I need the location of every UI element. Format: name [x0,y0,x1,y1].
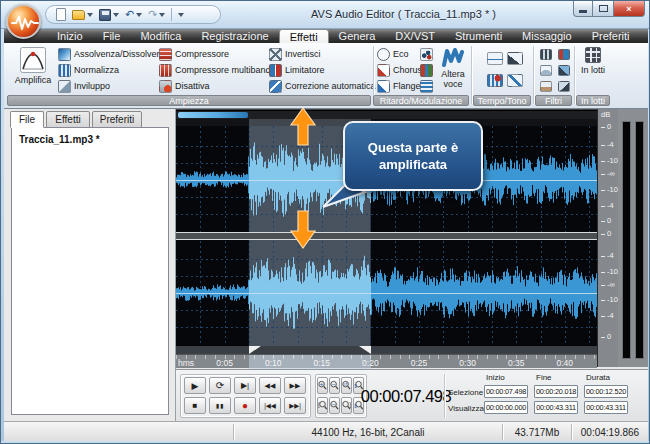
fft-filter-button[interactable] [558,79,570,93]
tab-strumenti[interactable]: Strumenti [445,29,512,43]
zoom-restore-button[interactable]: ↺ [341,377,352,394]
lowpass-filter-button[interactable] [540,63,552,77]
tab-registrazione[interactable]: Registrazione [191,29,278,43]
equalizer-button[interactable] [540,47,552,61]
close-button[interactable]: × [613,1,645,17]
time-stretch-button[interactable] [507,73,523,87]
db-label: -10 [601,186,618,194]
fade-button[interactable]: Assolvenza/Dissolvenza [58,47,171,61]
limiter-icon [269,64,282,77]
db-label: 0 [601,333,611,341]
amplify-button[interactable]: Amplifica [11,45,55,95]
tab-preferiti[interactable]: Preferiti [582,29,640,43]
tab-genera[interactable]: Genera [329,29,386,43]
view-duration-field[interactable]: 00:00:43.311 [584,401,628,414]
fast-forward-button[interactable]: ▶▶ [284,377,306,394]
rewind-button[interactable]: ◀◀ [259,377,281,394]
delay-button[interactable] [420,47,433,61]
echo-button[interactable]: Eco [377,47,409,61]
chorus-button[interactable]: Chorus [377,63,422,77]
bandpass-filter-button[interactable] [558,47,570,61]
vibrato-button[interactable] [420,79,433,93]
compressor-button[interactable]: Compressore [159,47,229,61]
highpass-filter-button[interactable] [558,63,570,77]
group-separator [471,46,472,104]
pitch-shift-button[interactable] [507,51,523,65]
save-button[interactable] [99,9,119,21]
zoom-in-button[interactable]: + [317,377,328,394]
title-bar: ↶ ↷ AVS Audio Editor ( Traccia_11.mp3 * … [1,1,650,29]
zoom-out-full-button[interactable]: − [329,397,340,414]
normalize-button[interactable]: Normalizza [58,63,119,77]
go-to-start-button[interactable]: |◀◀ [259,397,281,414]
tab-missaggio[interactable]: Missaggio [512,29,582,43]
panel-tab-effetti[interactable]: Effetti [46,111,90,128]
group-separator [574,46,575,104]
db-title: dB [601,111,610,119]
record-icon: ● [242,400,248,411]
phaser-button[interactable] [420,63,433,77]
open-file-button[interactable] [72,10,93,20]
pause-button[interactable]: ▮▮ [209,397,231,414]
panel-tab-file[interactable]: File [10,111,44,128]
redo-button[interactable]: ↷ [148,9,165,20]
overview-scrollbar[interactable] [176,111,597,119]
file-list-item[interactable]: Traccia_11.mp3 * [19,134,100,145]
view-start-field[interactable]: 00:00:00.000 [484,401,528,414]
notch-filter-button[interactable] [540,79,552,93]
tab-inizio[interactable]: Inizio [47,29,93,43]
stop-button[interactable]: ■ [184,397,206,414]
loop-play-button[interactable]: ⟳ [209,377,231,394]
auto-correction-icon [269,80,282,93]
play-button[interactable]: ▶ [184,377,206,394]
customize-toolbar-icon[interactable] [178,13,184,17]
record-button[interactable]: ● [234,397,256,414]
tab-effetti[interactable]: Effetti [279,29,329,43]
rate-change-button[interactable] [487,73,503,87]
view-end-field[interactable]: 00:00:43.311 [534,401,578,414]
tempo-change-button[interactable] [487,51,503,65]
selection-end-field[interactable]: 00:00:20.018 [534,385,578,398]
minimize-button[interactable] [573,1,593,17]
mute-button[interactable]: Disattiva [159,79,210,93]
panel-tab-preferiti[interactable]: Preferiti [92,111,142,128]
selection-handle-left[interactable] [249,346,261,354]
overview-scrollbar-thumb[interactable] [178,112,248,118]
arrow-down-icon [291,211,315,248]
zoom-selection-button[interactable]: [ [317,397,328,414]
play-to-end-icon: ▶| [241,381,249,390]
selection-duration-field[interactable]: 00:00:12.520 [584,385,628,398]
vibrato-icon [420,80,433,93]
timeline-ruler[interactable]: hms 0:05 0:10 0:15 0:20 0:25 0:30 0:35 0… [176,354,597,368]
flanger-button[interactable]: Flanger [377,79,424,93]
batch-processing-button[interactable]: In lotti [578,45,608,95]
tab-file[interactable]: File [93,29,131,43]
multiband-compressor-button[interactable]: Compressore multibanda [159,63,276,77]
chorus-icon [377,64,390,77]
selection-handle-right[interactable] [359,346,371,354]
new-file-button[interactable] [56,8,66,21]
zoom-level-button[interactable]: ] [341,397,352,414]
invert-icon [269,48,282,61]
db-label: 0 [601,217,611,225]
voice-morph-button[interactable]: Altera voce [437,45,469,95]
undo-icon: ↶ [125,9,134,20]
maximize-icon [599,5,608,12]
save-icon [99,9,111,21]
zoom-out-button[interactable]: − [329,377,340,394]
go-to-end-button[interactable]: ▶▶| [284,397,306,414]
auto-correction-button[interactable]: Correzione automatica [269,79,376,93]
undo-button[interactable]: ↶ [125,9,142,20]
envelope-button[interactable]: Inviluppo [58,79,110,93]
open-folder-icon [72,10,85,20]
play-to-end-button[interactable]: ▶| [234,377,256,394]
maximize-button[interactable] [593,1,613,17]
limiter-button[interactable]: Limitatore [269,63,325,77]
toolbar-separator [171,8,172,21]
selection-start-field[interactable]: 00:00:07.498 [484,385,528,398]
status-format: 44100 Hz, 16-bit, 2Canali [234,422,502,442]
timeline-tick-label: 0:30 [459,358,476,368]
tab-modifica[interactable]: Modifica [130,29,191,43]
tab-dxvst[interactable]: DX/VST [385,29,445,43]
invert-button[interactable]: Invertisci [269,47,321,61]
